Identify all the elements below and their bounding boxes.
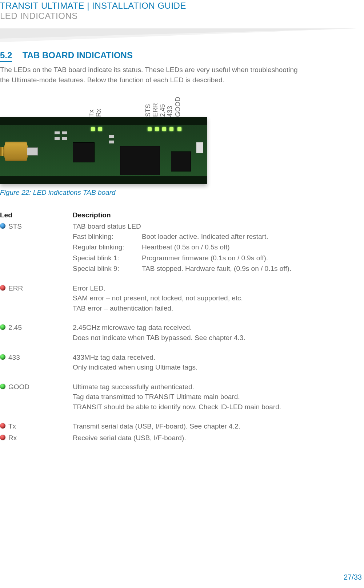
- sub-key: Special blink 9:: [73, 264, 142, 274]
- led-dot-icon: [0, 435, 5, 440]
- doc-subtitle: LED INDICATIONS: [0, 11, 357, 21]
- led-table: Led Description STSTAB board status LEDF…: [0, 211, 357, 443]
- table-row: TxTransmit serial data (USB, I/F-board).…: [0, 421, 357, 431]
- callout-rx: Rx: [95, 109, 103, 117]
- sub-value: Programmer firmware (0.1s on / 0.9s off)…: [142, 253, 357, 263]
- led-dot-icon: [0, 354, 5, 360]
- header-divider: [0, 28, 357, 43]
- led-name: Tx: [8, 421, 16, 431]
- led-cell: Rx: [0, 433, 73, 443]
- led-dot-icon: [0, 384, 5, 389]
- desc-cell: 2.45GHz microwave tag data received.Does…: [73, 323, 357, 343]
- table-row: ERRError LED.SAM error – not present, no…: [0, 283, 357, 313]
- led-name: Rx: [8, 433, 17, 443]
- led-cell: 433: [0, 352, 73, 372]
- sub-key: Regular blinking:: [73, 242, 142, 252]
- figure: Tx Rx STS ERR 2.45 433 GOOD: [0, 95, 357, 184]
- led-dot-icon: [0, 285, 5, 291]
- sub-value: Heartbeat (0.5s on / 0.5s off): [142, 242, 357, 252]
- sub-value: Boot loader active. Indicated after rest…: [142, 232, 357, 242]
- table-row: RxReceive serial data (USB, I/F-board).: [0, 433, 357, 443]
- desc-cell: Ultimate tag successfully authenticated.…: [73, 382, 357, 412]
- figure-caption: Figure 22: LED indications TAB board: [0, 189, 357, 197]
- desc-line: Does not indicate when TAB bypassed. See…: [73, 333, 357, 343]
- desc-line: 2.45GHz microwave tag data received.: [73, 323, 357, 333]
- led-name: ERR: [8, 283, 23, 293]
- led-name: 2.45: [8, 323, 22, 333]
- table-row: STSTAB board status LEDFast blinking:Boo…: [0, 221, 357, 274]
- section-title: TAB BOARD INDICATIONS: [23, 50, 133, 60]
- pcb-image: [0, 117, 207, 184]
- desc-line: TAB error – authentication failed.: [73, 303, 357, 313]
- table-row: GOODUltimate tag successfully authentica…: [0, 382, 357, 412]
- led-cell: Tx: [0, 421, 73, 431]
- led-name: GOOD: [8, 382, 29, 392]
- sub-value: TAB stopped. Hardware fault, (0.9s on / …: [142, 264, 357, 274]
- led-cell: STS: [0, 221, 73, 274]
- callout-245: 2.45: [159, 104, 167, 117]
- section-number: 5.2: [0, 50, 12, 62]
- desc-line: Error LED.: [73, 283, 357, 293]
- callout-433: 433: [166, 106, 174, 117]
- sub-table: Fast blinking:Boot loader active. Indica…: [73, 232, 357, 274]
- table-row: 2.452.45GHz microwave tag data received.…: [0, 323, 357, 343]
- callout-good: GOOD: [174, 97, 182, 117]
- page-number: 27/33: [344, 573, 362, 581]
- desc-cell: 433MHz tag data received.Only indicated …: [73, 352, 357, 372]
- desc-line: SAM error – not present, not locked, not…: [73, 293, 357, 303]
- desc-line: Ultimate tag successfully authenticated.: [73, 382, 357, 392]
- led-cell: ERR: [0, 283, 73, 313]
- callout-tx: Tx: [88, 110, 95, 117]
- section-intro: The LEDs on the TAB board indicate its s…: [0, 65, 298, 85]
- desc-line: Receive serial data (USB, I/F-board).: [73, 433, 357, 443]
- th-led: Led: [0, 211, 73, 219]
- desc-cell: Receive serial data (USB, I/F-board).: [73, 433, 357, 443]
- desc-line: Tag data transmitted to TRANSIT Ultimate…: [73, 392, 357, 402]
- callout-sts: STS: [144, 104, 152, 117]
- desc-cell: Error LED.SAM error – not present, not l…: [73, 283, 357, 313]
- led-cell: 2.45: [0, 323, 73, 343]
- section-heading: 5.2 TAB BOARD INDICATIONS: [0, 50, 357, 62]
- led-name: 433: [8, 352, 20, 363]
- desc-cell: TAB board status LEDFast blinking:Boot l…: [73, 221, 357, 274]
- callout-err: ERR: [152, 103, 159, 117]
- led-dot-icon: [0, 423, 5, 429]
- led-dot-icon: [0, 324, 5, 330]
- table-row: 433433MHz tag data received.Only indicat…: [0, 352, 357, 372]
- led-cell: GOOD: [0, 382, 73, 412]
- desc-line: 433MHz tag data received.: [73, 352, 357, 363]
- desc-line: TRANSIT should be able to identify now. …: [73, 402, 357, 412]
- sub-key: Special blink 1:: [73, 253, 142, 263]
- sub-key: Fast blinking:: [73, 232, 142, 242]
- led-name: STS: [8, 221, 22, 232]
- desc-line: Transmit serial data (USB, I/F-board). S…: [73, 421, 357, 431]
- led-dot-icon: [0, 223, 5, 229]
- sma-connector-icon: [0, 139, 40, 164]
- desc-cell: Transmit serial data (USB, I/F-board). S…: [73, 421, 357, 431]
- doc-title: TRANSIT ULTIMATE | INSTALLATION GUIDE: [0, 1, 357, 11]
- desc-line: TAB board status LED: [73, 221, 357, 232]
- desc-line: Only indicated when using Ultimate tags.: [73, 362, 357, 372]
- th-desc: Description: [73, 211, 357, 219]
